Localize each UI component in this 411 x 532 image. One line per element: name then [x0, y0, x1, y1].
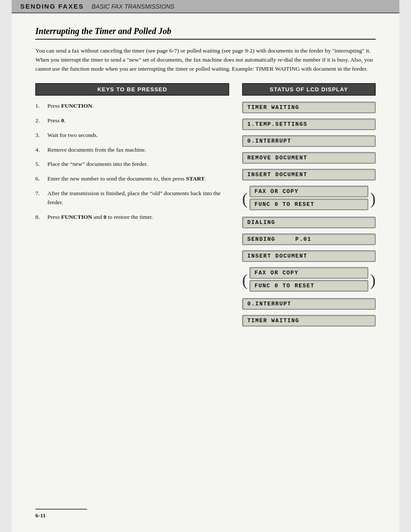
lcd-group-2: 1.TEMP.SETTINGS — [242, 118, 376, 130]
step-8-text: Press FUNCTION and 0 to restore the time… — [47, 213, 229, 222]
step-7: 7. After the transmission is finished, p… — [35, 189, 229, 207]
step-8-num: 8. — [35, 213, 47, 222]
left-column: KEYS TO BE PRESSED 1. Press FUNCTION. 2.… — [35, 83, 229, 227]
status-header: STATUS OF LCD DISPLAY — [242, 83, 376, 96]
lcd-interrupt-2: 0.INTERRUPT — [242, 298, 376, 310]
lcd-group-12: TIMER WAITING — [242, 315, 376, 327]
lcd-sending: SENDING P.01 — [242, 233, 376, 245]
section-title: Interrupting the Timer and Polled Job — [35, 26, 376, 36]
lcd-fax-or-copy-1: FAX OR COPY — [249, 186, 369, 197]
lcd-dialing: DIALING — [242, 217, 376, 228]
page-number: 6-11 — [35, 512, 46, 519]
step-3: 3. Wait for two seconds. — [35, 131, 229, 140]
two-column-layout: KEYS TO BE PRESSED 1. Press FUNCTION. 2.… — [35, 83, 376, 332]
bracket-right-2: ) — [370, 272, 376, 288]
lcd-remove-document: REMOVE DOCUMENT — [242, 152, 376, 164]
step-6: 6. Enter the new number to send the docu… — [35, 174, 229, 184]
header-title-left: SENDING FAXES — [20, 3, 84, 10]
lcd-group-5: INSERT DOCUMENT — [242, 169, 376, 180]
step-2-num: 2. — [35, 116, 47, 125]
footer-rule — [35, 509, 87, 510]
step-6-num: 6. — [35, 174, 47, 184]
step-1-num: 1. — [35, 102, 47, 111]
step-3-text: Wait for two seconds. — [47, 131, 229, 140]
step-2-text: Press 0. — [47, 116, 229, 125]
lcd-group-10: ( FAX OR COPY FUNC 0 TO RESET ) — [242, 267, 376, 293]
step-1: 1. Press FUNCTION. — [35, 102, 229, 111]
step-7-text: After the transmission is finished, plac… — [47, 189, 229, 207]
steps-list: 1. Press FUNCTION. 2. Press 0. 3. Wait f… — [35, 102, 229, 222]
page-header: SENDING FAXES BASIC FAX TRANSMISSIONS — [12, 0, 399, 13]
step-2: 2. Press 0. — [35, 116, 229, 125]
lcd-group-6: ( FAX OR COPY FUNC 0 TO RESET ) — [242, 186, 376, 212]
step-5-text: Place the “new” documents into the feede… — [47, 160, 229, 169]
right-column: STATUS OF LCD DISPLAY TIMER WAITING 1.TE… — [242, 83, 376, 332]
bracket-right-1: ) — [370, 190, 376, 207]
header-title-right: BASIC FAX TRANSMISSIONS — [92, 3, 174, 10]
page: SENDING FAXES BASIC FAX TRANSMISSIONS In… — [12, 0, 399, 532]
main-content: Interrupting the Timer and Polled Job Yo… — [12, 13, 399, 345]
lcd-insert-document-2: INSERT DOCUMENT — [242, 250, 376, 262]
lcd-func-reset-2: FUNC 0 TO RESET — [249, 280, 369, 292]
lcd-group-4: REMOVE DOCUMENT — [242, 152, 376, 164]
lcd-temp-settings: 1.TEMP.SETTINGS — [242, 118, 376, 130]
lcd-fax-or-copy-2: FAX OR COPY — [249, 267, 369, 279]
lcd-group-8: SENDING P.01 — [242, 233, 376, 245]
step-4: 4. Remove documents from the fax machine… — [35, 146, 229, 155]
step-8: 8. Press FUNCTION and 0 to restore the t… — [35, 213, 229, 222]
step-5: 5. Place the “new” documents into the fe… — [35, 160, 229, 169]
step-6-text: Enter the new number to send the documen… — [47, 174, 229, 184]
step-3-num: 3. — [35, 131, 47, 140]
step-4-text: Remove documents from the fax machine. — [47, 146, 229, 155]
intro-paragraph: You can send a fax without canceling the… — [35, 47, 376, 74]
lcd-group-1: TIMER WAITING — [242, 102, 376, 113]
step-7-num: 7. — [35, 189, 47, 198]
keys-header: KEYS TO BE PRESSED — [35, 83, 229, 96]
lcd-insert-document-1: INSERT DOCUMENT — [242, 169, 376, 180]
page-footer: 6-11 — [35, 509, 87, 519]
lcd-timer-waiting-2: TIMER WAITING — [242, 315, 376, 327]
step-4-num: 4. — [35, 146, 47, 155]
lcd-group-11: 0.INTERRUPT — [242, 298, 376, 310]
step-1-text: Press FUNCTION. — [47, 102, 229, 111]
title-divider — [35, 39, 376, 40]
lcd-group-3: 0.INTERRUPT — [242, 135, 376, 147]
lcd-group-7: DIALING — [242, 217, 376, 228]
bracket-left-1: ( — [242, 190, 248, 207]
lcd-func-reset-1: FUNC 0 TO RESET — [249, 199, 369, 210]
step-5-num: 5. — [35, 160, 47, 169]
lcd-stacked-group-6: FAX OR COPY FUNC 0 TO RESET — [249, 186, 369, 212]
lcd-stacked-group-10: FAX OR COPY FUNC 0 TO RESET — [249, 267, 369, 293]
lcd-group-9: INSERT DOCUMENT — [242, 250, 376, 262]
lcd-timer-waiting: TIMER WAITING — [242, 102, 376, 113]
bracket-left-2: ( — [242, 272, 248, 288]
lcd-interrupt-1: 0.INTERRUPT — [242, 135, 376, 147]
